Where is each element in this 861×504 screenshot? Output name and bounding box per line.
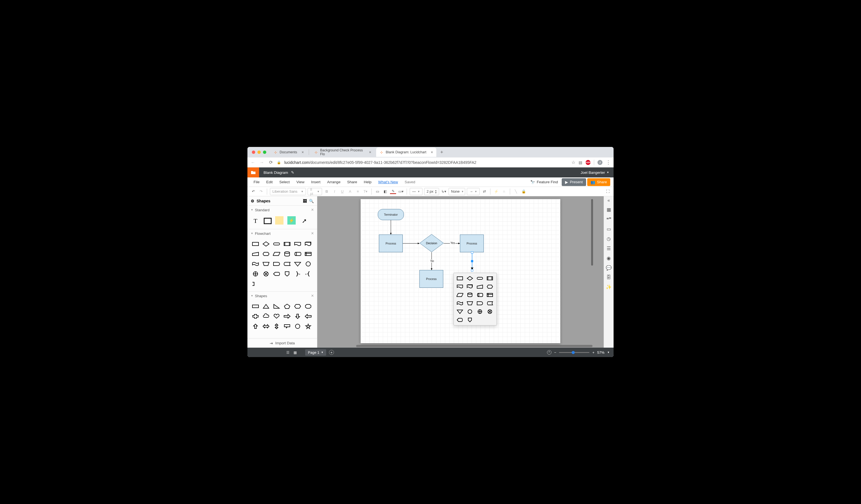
shape-terminator[interactable] <box>272 240 281 248</box>
comments-icon[interactable]: 💬 <box>606 265 612 271</box>
tab-close-icon[interactable]: × <box>301 150 304 154</box>
menu-file[interactable]: File <box>251 179 262 185</box>
selection-handle-bottom[interactable] <box>471 269 473 271</box>
edge-label-yes[interactable]: Yes <box>450 241 455 244</box>
shape-cloud[interactable] <box>261 312 271 321</box>
pick-internal-storage[interactable] <box>486 292 494 298</box>
arrow-start-select[interactable]: None▼ <box>449 188 465 195</box>
block-tool[interactable] <box>263 216 272 226</box>
text-color-icon[interactable]: A <box>347 188 353 195</box>
line-routing-icon[interactable]: ↳▾ <box>441 188 447 195</box>
tab-close-icon[interactable]: × <box>431 150 433 154</box>
pick-summing[interactable] <box>486 309 494 314</box>
bookmark-star-icon[interactable]: ☆ <box>571 160 575 165</box>
hotspot-tool[interactable]: ⚡ <box>287 216 296 225</box>
shape-process[interactable] <box>251 240 260 248</box>
window-close[interactable] <box>252 151 255 154</box>
shape-rectangle[interactable] <box>251 302 260 310</box>
shape-predefined[interactable] <box>282 240 292 248</box>
window-minimize[interactable] <box>257 151 261 154</box>
close-section-icon[interactable]: × <box>311 293 314 298</box>
menu-share[interactable]: Share <box>344 179 360 185</box>
actions-icon[interactable]: ⚡ <box>493 188 499 195</box>
user-menu[interactable]: Joel Bangerter ▼ <box>576 170 614 174</box>
node-terminator[interactable]: Terminator <box>378 209 404 220</box>
feature-find[interactable]: 🔭 Feature Find <box>530 180 558 184</box>
line-style-select[interactable]: — ▼ <box>410 188 422 195</box>
nav-reload-icon[interactable]: ⟳ <box>268 160 273 165</box>
font-family-select[interactable]: Liberation Sans ▼ <box>270 188 306 195</box>
page-selector[interactable]: Page 1 ▼ <box>305 349 326 356</box>
line-tool-icon[interactable]: ╲ <box>513 188 519 195</box>
horizontal-scrollbar[interactable] <box>356 345 592 347</box>
shape-arrow-right[interactable] <box>282 312 292 321</box>
menu-arrange[interactable]: Arrange <box>324 179 343 185</box>
edit-title-icon[interactable]: ✎ <box>291 170 294 174</box>
pick-merge[interactable] <box>456 309 464 314</box>
shape-right-triangle[interactable] <box>272 302 281 310</box>
shape-circle[interactable] <box>293 322 302 331</box>
shape-stored-data[interactable] <box>282 260 292 268</box>
browser-tab-documents[interactable]: ⊹ Documents × <box>270 148 307 157</box>
pick-stored-data[interactable] <box>486 300 494 306</box>
text-tool[interactable]: T <box>251 216 260 226</box>
pick-data[interactable] <box>456 292 464 298</box>
new-tab-button[interactable]: + <box>438 150 446 155</box>
pick-terminator[interactable] <box>476 275 484 281</box>
abp-extension-icon[interactable]: ABP <box>586 160 590 165</box>
swap-arrows-icon[interactable]: ⇄ <box>481 188 487 195</box>
lock-icon[interactable]: 🔒 <box>521 188 527 195</box>
fullscreen-icon[interactable]: ⛶ <box>605 188 611 195</box>
shape-document[interactable] <box>293 240 302 248</box>
view-list-icon[interactable]: ☰ <box>286 350 290 354</box>
pick-or[interactable] <box>476 309 484 314</box>
shape-connector[interactable] <box>303 260 313 268</box>
shape-arrow-down[interactable] <box>293 312 302 321</box>
menu-view[interactable]: View <box>294 179 308 185</box>
gear-icon[interactable]: ⚙ <box>251 199 254 203</box>
node-process-bottom[interactable]: Process <box>420 270 443 288</box>
shape-style-icon[interactable]: ▭▾ <box>398 188 404 195</box>
menu-edit[interactable]: Edit <box>263 179 275 185</box>
magic-icon[interactable]: ✨ <box>606 284 612 290</box>
shape-delay[interactable] <box>272 260 281 268</box>
pick-decision[interactable] <box>466 275 474 281</box>
shape-manual-input[interactable] <box>251 250 260 258</box>
close-section-icon[interactable]: × <box>311 231 314 236</box>
browser-tab-bgcheck[interactable]: ⊹ Background Check Process Flo × <box>311 148 374 157</box>
address-bar[interactable]: lucidchart.com/documents/edit/8fc27e05-5… <box>284 160 568 165</box>
line-width-select[interactable]: 2 px ▴▾ <box>424 188 439 195</box>
selection-handle-mid[interactable] <box>471 260 473 262</box>
shape-hexagon[interactable] <box>293 302 302 310</box>
shape-card[interactable] <box>251 280 260 288</box>
nav-forward-icon[interactable]: → <box>259 160 265 165</box>
italic-icon[interactable]: I <box>331 188 338 195</box>
nav-back-icon[interactable]: ← <box>250 160 256 165</box>
view-grid-icon[interactable]: ▦ <box>293 350 297 354</box>
shape-double-arrow-v[interactable] <box>272 322 281 331</box>
shape-fill-box-icon[interactable]: ▭ <box>374 188 381 195</box>
note-tool[interactable] <box>275 216 284 225</box>
add-page-icon[interactable]: + <box>329 350 334 355</box>
shape-octagon[interactable] <box>303 302 313 310</box>
canvas-area[interactable]: Terminator Process Decision Process Proc… <box>317 196 604 348</box>
arrow-end-select[interactable]: → ▼ <box>467 188 480 195</box>
document-title-area[interactable]: Blank Diagram ✎ <box>259 170 299 174</box>
pick-process[interactable] <box>456 275 464 281</box>
menu-insert[interactable]: Insert <box>309 179 324 185</box>
close-section-icon[interactable]: × <box>311 207 314 212</box>
section-shapes-header[interactable]: ▼ Shapes × <box>247 292 317 300</box>
pick-manual-input[interactable] <box>476 284 484 290</box>
import-data-button[interactable]: ⇥ Import Data <box>247 338 317 348</box>
pick-paper-tape[interactable] <box>456 300 464 306</box>
drop-icon[interactable]: ◉ <box>607 255 611 261</box>
shape-decision[interactable] <box>261 240 271 248</box>
magnet-icon[interactable]: ∩ <box>501 188 507 195</box>
pick-database[interactable] <box>466 292 474 298</box>
menu-help[interactable]: Help <box>361 179 374 185</box>
node-process-1[interactable]: Process <box>379 235 403 252</box>
shape-star[interactable] <box>303 322 313 331</box>
undo-icon[interactable]: ↶ <box>250 188 256 195</box>
node-process-right[interactable]: Process <box>460 235 484 252</box>
border-color-icon[interactable]: ✎ <box>390 189 396 194</box>
